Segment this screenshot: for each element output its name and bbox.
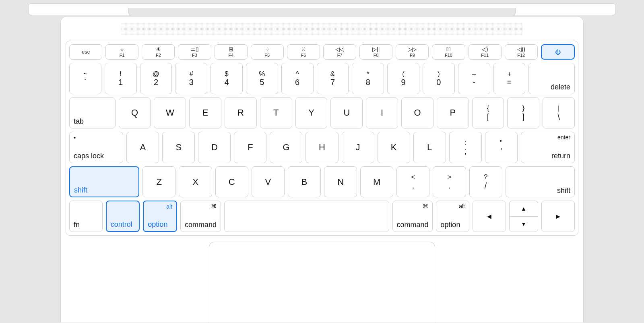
shift-left-key[interactable]: shift (69, 166, 139, 198)
semicolon-key[interactable]: :; (449, 132, 482, 163)
home-row: caps lock•ASDFGHJKL:;'''returnenter (69, 132, 575, 163)
tab-key[interactable]: tab (69, 97, 116, 129)
f1-key-icon: ☼ (120, 46, 125, 52)
f10-key[interactable]: ◁⃠F10 (432, 44, 465, 60)
qwerty-row: tabQWERTYUIOP{[}]|\ (69, 97, 575, 129)
option-right-key[interactable]: optionalt (436, 201, 469, 232)
f8-key-icon: ▷|| (372, 46, 380, 52)
3-key[interactable]: #3 (175, 63, 207, 94)
b-key[interactable]: B (288, 166, 321, 198)
r-key[interactable]: R (225, 97, 257, 129)
keyboard: esc☼F1☀F2▭▯F3⊞F4⁘F5⁙F6◁◁F7▷||F8▷▷F9◁⃠F10… (66, 41, 578, 236)
fn-key[interactable]: fn (69, 201, 103, 232)
f12-key-icon: ◁)) (517, 46, 525, 52)
delete-key[interactable]: delete (528, 63, 575, 94)
arrow-up-down-key[interactable]: ▲▼ (509, 201, 539, 232)
e-key[interactable]: E (189, 97, 221, 129)
a-key[interactable]: A (126, 132, 159, 163)
rbracket-key[interactable]: }] (507, 97, 539, 129)
m-key[interactable]: M (360, 166, 393, 198)
f9-key-icon: ▷▷ (408, 46, 417, 52)
7-key[interactable]: &7 (317, 63, 349, 94)
f10-key-icon: ◁⃠ (446, 46, 450, 52)
f7-key[interactable]: ◁◁F7 (323, 44, 356, 60)
f7-key-icon: ◁◁ (335, 46, 344, 52)
equals-key[interactable]: += (493, 63, 526, 94)
x-key[interactable]: X (179, 166, 212, 198)
minus-key[interactable]: –- (458, 63, 490, 94)
f11-key[interactable]: ◁)F11 (469, 44, 502, 60)
u-key[interactable]: U (330, 97, 363, 129)
return-key[interactable]: returnenter (521, 132, 575, 163)
1-key[interactable]: !1 (105, 63, 137, 94)
f-key[interactable]: F (234, 132, 266, 163)
function-row: esc☼F1☀F2▭▯F3⊞F4⁘F5⁙F6◁◁F7▷||F8▷▷F9◁⃠F10… (69, 44, 575, 60)
f1-key[interactable]: ☼F1 (105, 44, 138, 60)
space-key[interactable] (224, 201, 389, 232)
i-key[interactable]: I (366, 97, 398, 129)
arrow-left-key[interactable]: ◀ (473, 201, 506, 232)
f2-key[interactable]: ☀F2 (142, 44, 175, 60)
d-key[interactable]: D (198, 132, 231, 163)
v-key[interactable]: V (252, 166, 285, 198)
f5-key-icon: ⁘ (265, 46, 270, 52)
command-left-key[interactable]: command⌘ (180, 201, 221, 232)
quote-key[interactable]: ''' (485, 132, 518, 163)
g-key[interactable]: G (270, 132, 302, 163)
f6-key[interactable]: ⁙F6 (287, 44, 320, 60)
backslash-key[interactable]: |\ (543, 97, 575, 129)
f5-key[interactable]: ⁘F5 (251, 44, 284, 60)
w-key[interactable]: W (154, 97, 186, 129)
hinge-notch (128, 8, 516, 17)
2-key[interactable]: @2 (140, 63, 172, 94)
n-key[interactable]: N (324, 166, 357, 198)
f9-key[interactable]: ▷▷F9 (396, 44, 429, 60)
number-row: ~`!1@2#3$4%5^6&7*8(9)0–-+=delete (69, 63, 575, 94)
z-key[interactable]: Z (142, 166, 175, 198)
p-key[interactable]: P (437, 97, 469, 129)
period-key[interactable]: >. (433, 166, 466, 198)
j-key[interactable]: J (342, 132, 374, 163)
slash-key[interactable]: ?/ (469, 166, 502, 198)
8-key[interactable]: *8 (352, 63, 384, 94)
f4-key[interactable]: ⊞F4 (215, 44, 248, 60)
power-key[interactable]: ⏻ (541, 44, 575, 60)
c-key[interactable]: C (215, 166, 248, 198)
laptop-deck: esc☼F1☀F2▭▯F3⊞F4⁘F5⁙F6◁◁F7▷||F8▷▷F9◁⃠F10… (60, 16, 584, 323)
f3-key[interactable]: ▭▯F3 (178, 44, 211, 60)
f6-key-icon: ⁙ (301, 46, 306, 52)
control-key[interactable]: control (106, 201, 140, 232)
power-key-icon: ⏻ (555, 49, 561, 55)
q-key[interactable]: Q (119, 97, 151, 129)
comma-key[interactable]: <, (396, 166, 429, 198)
0-key[interactable]: )0 (423, 63, 455, 94)
lbracket-key[interactable]: {[ (472, 97, 504, 129)
h-key[interactable]: H (305, 132, 338, 163)
6-key[interactable]: ^6 (281, 63, 314, 94)
f4-key-icon: ⊞ (229, 46, 233, 52)
trackpad[interactable] (209, 242, 435, 323)
y-key[interactable]: Y (295, 97, 328, 129)
o-key[interactable]: O (401, 97, 433, 129)
esc-key[interactable]: esc (69, 44, 102, 60)
s-key[interactable]: S (162, 132, 195, 163)
f12-key[interactable]: ◁))F12 (505, 44, 538, 60)
f8-key[interactable]: ▷||F8 (359, 44, 392, 60)
9-key[interactable]: (9 (387, 63, 419, 94)
arrow-down-key[interactable]: ▼ (509, 216, 539, 232)
backtick-key[interactable]: ~` (69, 63, 101, 94)
arrow-up-key[interactable]: ▲ (509, 201, 539, 216)
f3-key-icon: ▭▯ (190, 46, 199, 52)
option-left-key[interactable]: optionalt (143, 201, 177, 232)
f11-key-icon: ◁) (482, 46, 488, 52)
shift-row: shiftZXCVBNM<,>.?/shift (69, 166, 575, 198)
arrow-right-key[interactable]: ▶ (541, 201, 575, 232)
4-key[interactable]: $4 (211, 63, 243, 94)
k-key[interactable]: K (378, 132, 410, 163)
command-right-key[interactable]: command⌘ (392, 201, 433, 232)
capslock-key[interactable]: caps lock• (69, 132, 123, 163)
5-key[interactable]: %5 (246, 63, 278, 94)
t-key[interactable]: T (260, 97, 292, 129)
l-key[interactable]: L (413, 132, 446, 163)
shift-right-key[interactable]: shift (506, 166, 575, 198)
